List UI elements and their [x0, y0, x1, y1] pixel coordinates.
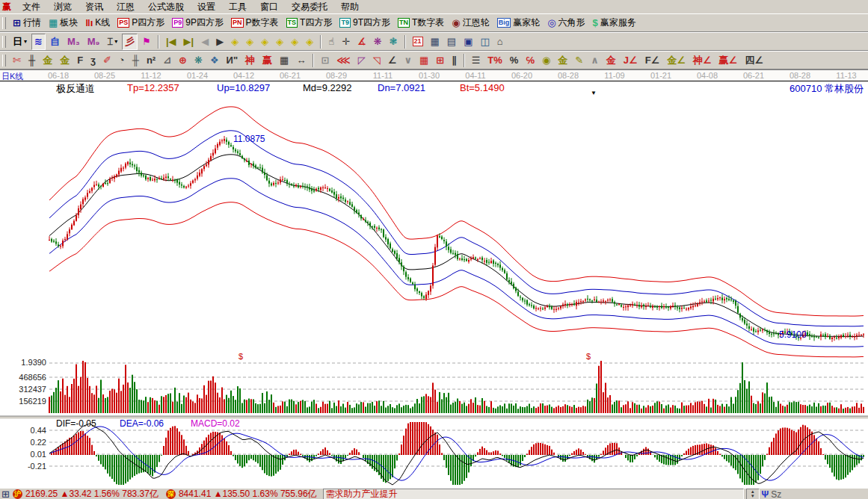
dense-grid-tool[interactable]: ╫ — [129, 52, 142, 69]
chart3-button[interactable]: M₃ — [64, 34, 83, 50]
percent-line-tool[interactable]: ℅ — [523, 52, 538, 69]
t-digit-button[interactable]: TNT数字表 — [395, 15, 447, 31]
n2-grid-tool[interactable]: n² — [144, 52, 158, 69]
p-digit-button[interactable]: PNP数字表 — [228, 15, 282, 31]
levels-tool[interactable]: ☰ — [469, 52, 484, 69]
wave-brain-button[interactable]: ❃ — [387, 34, 401, 50]
calendar-button[interactable]: 21 — [410, 34, 426, 50]
clock-grid-tool[interactable]: ◔ — [116, 52, 128, 69]
kline-button[interactable]: ǁıK线 — [82, 15, 113, 31]
toolbar-grip[interactable] — [2, 55, 6, 66]
candle-style-button[interactable]: ⌶▾ — [104, 34, 120, 50]
angle-lines-tool[interactable]: ∠ — [385, 52, 400, 69]
box-measure-tool[interactable]: ⊡ — [318, 52, 332, 69]
width-measure-tool[interactable]: ↔ — [293, 52, 309, 69]
menu-item-江恩[interactable]: 江恩 — [110, 1, 141, 13]
menu-item-窗口[interactable]: 窗口 — [253, 1, 285, 13]
gold-circle-tool[interactable]: ◉ — [539, 52, 553, 69]
nav-last-button[interactable]: ▶| — [181, 34, 197, 50]
nav-next-button[interactable]: ▶ — [213, 34, 227, 50]
gold-grid-a-tool[interactable]: 金 — [40, 52, 55, 69]
shen-grid-tool[interactable]: 神 — [242, 52, 258, 69]
nav-prev-button[interactable]: ◀ — [198, 34, 212, 50]
shen-angle-tool[interactable]: 神∠ — [690, 52, 715, 69]
grid-box-red-tool[interactable]: ⊞ — [433, 52, 447, 69]
hexagon-button[interactable]: ◎六角形 — [544, 15, 588, 31]
fan-purple-tool[interactable]: ◸ — [355, 52, 369, 69]
grid-tool[interactable]: ╫ — [25, 52, 38, 69]
angle-cut-button[interactable]: ∡ — [354, 34, 369, 50]
t-percent-tool[interactable]: T% — [484, 52, 505, 69]
ying-grid-tool[interactable]: 赢 — [259, 52, 275, 69]
chart9-button[interactable]: M₉ — [84, 34, 103, 50]
menu-item-公式选股[interactable]: 公式选股 — [141, 1, 191, 13]
wave-v-tool[interactable]: ∨ — [401, 52, 415, 69]
ying-angle-tool[interactable]: 赢∠ — [716, 52, 741, 69]
gold-pen-tool[interactable]: ✎ — [572, 52, 586, 69]
menu-item-帮助[interactable]: 帮助 — [334, 1, 366, 13]
f-angle-tool[interactable]: F∠ — [642, 52, 663, 69]
red-pen-grid-tool[interactable]: ✐ — [100, 52, 114, 69]
period-day-button-caret-icon[interactable]: ▾ — [24, 38, 27, 45]
gann-fit-button[interactable]: ◈ — [288, 34, 301, 50]
menu-item-资讯[interactable]: 资讯 — [79, 1, 110, 13]
fan-red-tool[interactable]: ⋘ — [333, 52, 354, 69]
si-angle-tool[interactable]: 四∠ — [742, 52, 766, 69]
spinner-down-icon[interactable]: ▼ — [747, 494, 759, 498]
menu-item-浏览[interactable]: 浏览 — [47, 1, 79, 13]
candle-style-button-caret-icon[interactable]: ▾ — [114, 38, 117, 45]
fan-box-tool[interactable]: ◹ — [370, 52, 384, 69]
menu-item-工具[interactable]: 工具 — [222, 1, 253, 13]
grid-red-tool[interactable]: ▦ — [416, 52, 431, 69]
info-panel-button[interactable]: 自 — [47, 34, 63, 50]
gold-red-tool[interactable]: 金 — [603, 52, 619, 69]
angle-ruler-tool[interactable]: ⊿ — [160, 52, 174, 69]
calculator-button[interactable]: ▦ — [428, 34, 443, 50]
winner-service-button[interactable]: $赢家服务 — [590, 15, 639, 31]
ticker-spinner[interactable]: ▲▼ — [746, 489, 760, 499]
trend-wave-button[interactable]: ≋ — [31, 34, 46, 50]
knife-tool[interactable]: ✄ — [10, 52, 24, 69]
kn-tool[interactable]: И" — [224, 52, 241, 69]
j-angle-tool[interactable]: J∠ — [621, 52, 641, 69]
market-table-icon[interactable]: ⊞ — [1, 489, 10, 499]
crosshair-button[interactable]: ✛ — [339, 34, 353, 50]
t-square-button[interactable]: TST四方形 — [283, 15, 336, 31]
gold-angle-tool[interactable]: 金∠ — [664, 52, 689, 69]
computer-button[interactable]: ⌂ — [494, 34, 506, 50]
gann-wheel-button[interactable]: ◉江恩轮 — [449, 15, 492, 31]
spider-web-tool[interactable]: ❖ — [207, 52, 222, 69]
period-day-button[interactable]: 日▾ — [10, 34, 30, 50]
gann-compress-button[interactable]: ◈ — [273, 34, 286, 50]
color-chart-button[interactable]: ⚑ — [139, 34, 154, 50]
compass-tool[interactable]: ⊕ — [176, 52, 190, 69]
swirl-grid-tool[interactable]: ʒ — [87, 52, 99, 69]
percent-tool[interactable]: % — [507, 52, 522, 69]
save-button[interactable]: ▣ — [461, 34, 475, 50]
gann-expand-button[interactable]: ◈ — [258, 34, 271, 50]
nav-first-button[interactable]: |◀ — [163, 34, 179, 50]
menu-item-文件[interactable]: 文件 — [16, 1, 47, 13]
t9-square-button[interactable]: T99T四方形 — [336, 15, 393, 31]
gann-shift-right-button[interactable]: ◈ — [243, 34, 256, 50]
gann-locate-button[interactable]: ◈ — [303, 34, 316, 50]
star-web-tool[interactable]: ❋ — [191, 52, 206, 69]
a-wave-tool[interactable]: ∧ — [588, 52, 602, 69]
menu-item-交易委托[interactable]: 交易委托 — [285, 1, 334, 13]
gold-grid-b-tool[interactable]: 金 — [57, 52, 73, 69]
gann-shift-left-button[interactable]: ◈ — [228, 34, 241, 50]
p9-square-button[interactable]: P99P四方形 — [169, 15, 227, 31]
chart-area[interactable]: 日K线 06-1808-2511-1201-2404-1206-2108-291… — [0, 69, 868, 488]
winner-wheel-button[interactable]: Big赢家轮 — [494, 15, 544, 31]
pattern-red-button[interactable]: 彡 — [122, 34, 138, 50]
toolbar-grip[interactable] — [2, 17, 6, 29]
sectors-button[interactable]: ▦板块 — [46, 15, 81, 31]
pattern-tool-button[interactable]: ❋ — [371, 34, 385, 50]
p-square-button[interactable]: PSP四方形 — [114, 15, 167, 31]
remote-data-button[interactable]: ◫ — [477, 34, 492, 50]
ruler123-tool[interactable]: ▦ — [277, 52, 292, 69]
kline-chart-canvas[interactable]: 1.93904686563124371562190.440.220.01-0.2… — [0, 81, 868, 488]
menu-item-设置[interactable]: 设置 — [191, 1, 222, 13]
hand-tool-button[interactable]: ☝ — [325, 34, 337, 50]
f-grid-tool[interactable]: F — [74, 52, 86, 69]
